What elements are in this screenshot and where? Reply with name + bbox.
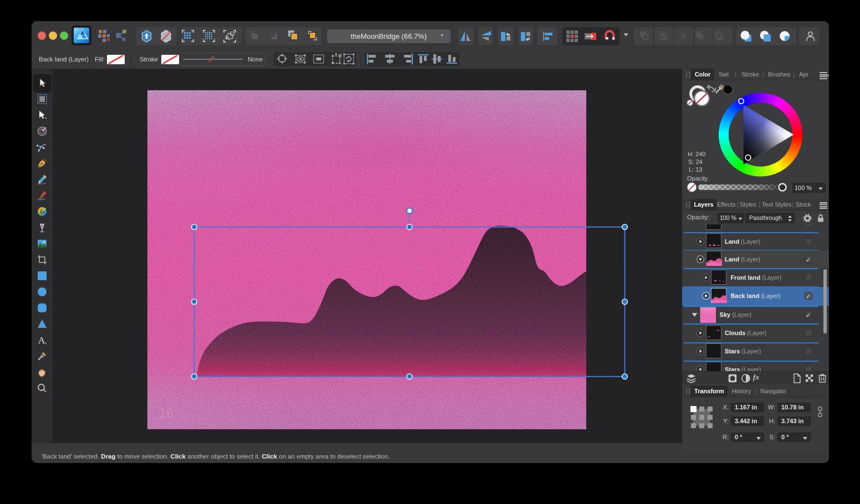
svg-text:16: 16 xyxy=(158,405,174,421)
svg-text:S: 24: S: 24 xyxy=(688,158,703,165)
svg-text:L: 13: L: 13 xyxy=(689,166,702,173)
svg-text:Opacity: Opacity xyxy=(687,175,708,182)
svg-text:H: 240: H: 240 xyxy=(688,151,705,157)
svg-text:A: A xyxy=(38,335,45,346)
